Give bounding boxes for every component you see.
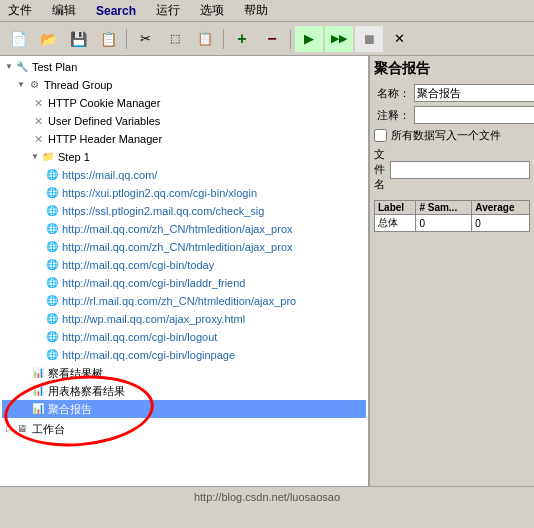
url2-icon: 🌐 — [44, 185, 60, 201]
tree-item-header[interactable]: ✕ HTTP Header Manager — [2, 130, 366, 148]
cut-button[interactable]: ✂ — [131, 26, 159, 52]
menu-edit[interactable]: 编辑 — [48, 1, 80, 20]
url2-label: https://xui.ptlogin2.qq.com/cgi-bin/xlog… — [62, 185, 257, 201]
statusbar: http://blog.csdn.net/luosaosao — [0, 486, 534, 506]
url8-label: http://rl.mail.qq.com/zh_CN/htmledition/… — [62, 293, 296, 309]
col-average: Average — [472, 201, 530, 215]
url5-label: http://mail.qq.com/zh_CN/htmledition/aja… — [62, 239, 293, 255]
saveas-icon: 📋 — [100, 31, 117, 47]
url11-label: http://mail.qq.com/cgi-bin/loginpage — [62, 347, 235, 363]
tree-item-url7[interactable]: 🌐 http://mail.qq.com/cgi-bin/laddr_frien… — [2, 274, 366, 292]
results-table: Label # Sam... Average 总体 0 0 — [374, 200, 530, 232]
listener3-icon: 📊 — [30, 401, 46, 417]
tree-item-url1[interactable]: 🌐 https://mail.qq.com/ — [2, 166, 366, 184]
tree-item-url4[interactable]: 🌐 http://mail.qq.com/zh_CN/htmledition/a… — [2, 220, 366, 238]
tree-item-listener3[interactable]: 📊 聚合报告 — [2, 400, 366, 418]
comment-input[interactable] — [414, 106, 534, 124]
tree-item-url11[interactable]: 🌐 http://mail.qq.com/cgi-bin/loginpage — [2, 346, 366, 364]
saveas-button[interactable]: 📋 — [94, 26, 122, 52]
tree-item-url6[interactable]: 🌐 http://mail.qq.com/cgi-bin/today — [2, 256, 366, 274]
tree-item-testplan[interactable]: ▼ 🔧 Test Plan — [2, 58, 366, 76]
name-label: 名称： — [374, 86, 410, 101]
tree-item-url9[interactable]: 🌐 http://wp.mail.qq.com/ajax_proxy.html — [2, 310, 366, 328]
tree-item-cookie[interactable]: ✕ HTTP Cookie Manager — [2, 94, 366, 112]
comment-row: 注释： — [374, 106, 530, 124]
tree-item-step1[interactable]: ▼ 📁 Step 1 — [2, 148, 366, 166]
checkbox-row: 所有数据写入一个文件 — [374, 128, 530, 143]
url10-label: http://mail.qq.com/cgi-bin/logout — [62, 329, 217, 345]
toolbar-separator-3 — [290, 29, 291, 49]
tree-item-url3[interactable]: 🌐 https://ssl.ptlogin2.mail.qq.com/check… — [2, 202, 366, 220]
menu-run[interactable]: 运行 — [152, 1, 184, 20]
add-button[interactable]: + — [228, 26, 256, 52]
new-button[interactable]: 📄 — [4, 26, 32, 52]
menu-options[interactable]: 选项 — [196, 1, 228, 20]
menu-search[interactable]: Search — [92, 3, 140, 19]
cell-label: 总体 — [375, 215, 416, 232]
listener1-icon: 📊 — [30, 365, 46, 381]
tree-item-listener2[interactable]: 📊 用表格察看结果 — [2, 382, 366, 400]
tree-item-url2[interactable]: 🌐 https://xui.ptlogin2.qq.com/cgi-bin/xl… — [2, 184, 366, 202]
statusbar-text: http://blog.csdn.net/luosaosao — [194, 491, 340, 503]
paste-button[interactable]: 📋 — [191, 26, 219, 52]
remove-icon: − — [267, 30, 276, 48]
cell-average: 0 — [472, 215, 530, 232]
open-button[interactable]: 📂 — [34, 26, 62, 52]
url6-icon: 🌐 — [44, 257, 60, 273]
testplan-icon: 🔧 — [14, 59, 30, 75]
expand-icon-step1: ▼ — [30, 149, 40, 165]
run-button[interactable]: ▶ — [295, 26, 323, 52]
url1-icon: 🌐 — [44, 167, 60, 183]
tree-item-variables[interactable]: ✕ User Defined Variables — [2, 112, 366, 130]
tree-item-workbench[interactable]: ▷ 🖥 工作台 — [2, 420, 366, 438]
expand-icon-testplan: ▼ — [4, 59, 14, 75]
tree-item-url10[interactable]: 🌐 http://mail.qq.com/cgi-bin/logout — [2, 328, 366, 346]
run-all-button[interactable]: ▶▶ — [325, 26, 353, 52]
remove-button[interactable]: − — [258, 26, 286, 52]
url7-label: http://mail.qq.com/cgi-bin/laddr_friend — [62, 275, 245, 291]
menu-help[interactable]: 帮助 — [240, 1, 272, 20]
url3-icon: 🌐 — [44, 203, 60, 219]
file-label: 文件名 — [374, 147, 386, 192]
col-samples: # Sam... — [416, 201, 472, 215]
step1-icon: 📁 — [40, 149, 56, 165]
listener2-label: 用表格察看结果 — [48, 383, 125, 399]
expand-icon-workbench: ▷ — [4, 421, 14, 437]
tree-item-listener1[interactable]: 📊 察看结果树 — [2, 364, 366, 382]
url8-icon: 🌐 — [44, 293, 60, 309]
url7-icon: 🌐 — [44, 275, 60, 291]
panel-title: 聚合报告 — [374, 60, 530, 78]
listener2-icon: 📊 — [30, 383, 46, 399]
clear-button[interactable]: ✕ — [385, 26, 413, 52]
paste-icon: 📋 — [197, 31, 213, 46]
save-icon: 💾 — [70, 31, 87, 47]
file-row: 文件名 — [374, 147, 530, 192]
cookie-label: HTTP Cookie Manager — [48, 95, 160, 111]
url11-icon: 🌐 — [44, 347, 60, 363]
cell-samples: 0 — [416, 215, 472, 232]
write-file-checkbox[interactable] — [374, 129, 387, 142]
cut-icon: ✂ — [140, 31, 151, 46]
menu-file[interactable]: 文件 — [4, 1, 36, 20]
copy-icon: ⬚ — [170, 32, 180, 45]
main-area: ▼ 🔧 Test Plan ▼ ⚙ Thread Group ✕ HTTP Co… — [0, 56, 534, 486]
stop-button[interactable]: ⏹ — [355, 26, 383, 52]
copy-button[interactable]: ⬚ — [161, 26, 189, 52]
table-row: 总体 0 0 — [375, 215, 530, 232]
header-label: HTTP Header Manager — [48, 131, 162, 147]
tree-item-url8[interactable]: 🌐 http://rl.mail.qq.com/zh_CN/htmleditio… — [2, 292, 366, 310]
run-icon: ▶ — [304, 31, 314, 46]
file-input[interactable] — [390, 161, 530, 179]
step1-label: Step 1 — [58, 149, 90, 165]
menubar: 文件 编辑 Search 运行 选项 帮助 — [0, 0, 534, 22]
variables-label: User Defined Variables — [48, 113, 160, 129]
cookie-icon: ✕ — [30, 95, 46, 111]
name-input[interactable] — [414, 84, 534, 102]
tree-panel: ▼ 🔧 Test Plan ▼ ⚙ Thread Group ✕ HTTP Co… — [0, 56, 370, 486]
toolbar: 📄 📂 💾 📋 ✂ ⬚ 📋 + − ▶ ▶▶ ⏹ ✕ — [0, 22, 534, 56]
tree-item-threadgroup[interactable]: ▼ ⚙ Thread Group — [2, 76, 366, 94]
name-row: 名称： — [374, 84, 530, 102]
save-button[interactable]: 💾 — [64, 26, 92, 52]
comment-label: 注释： — [374, 108, 410, 123]
tree-item-url5[interactable]: 🌐 http://mail.qq.com/zh_CN/htmledition/a… — [2, 238, 366, 256]
